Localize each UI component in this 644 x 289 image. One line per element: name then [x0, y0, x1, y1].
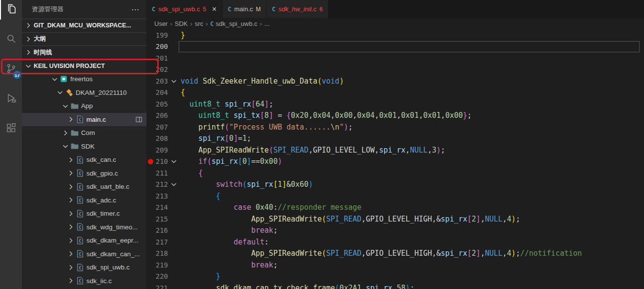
code-line-content[interactable]: } [180, 272, 644, 281]
section-header-1[interactable]: 大纲 [22, 32, 146, 46]
code-line-content[interactable]: } [180, 31, 644, 40]
code-line[interactable]: 207 printf("Process UWB data......\n"); [146, 121, 644, 133]
tree-item-sdk-iic-c[interactable]: Csdk_iic.c [22, 274, 146, 288]
code-line-content[interactable]: default: [180, 238, 644, 246]
code-line[interactable]: 216 break; [146, 225, 644, 237]
line-number[interactable]: 210 [154, 157, 168, 165]
code-line[interactable]: 206 uint8_t spi_tx[8] = {0x20,0x04,0x00,… [146, 110, 644, 122]
chevron-right-icon[interactable] [66, 169, 75, 177]
chevron-right-icon[interactable] [66, 237, 75, 245]
tree-item-main-c[interactable]: Cmain.c [22, 113, 146, 127]
line-number[interactable]: 220 [154, 272, 168, 280]
chevron-right-icon[interactable] [61, 129, 70, 137]
code-line[interactable]: 221 sdk_dkam_can_tx_check_frame(0x2A1,sp… [146, 282, 644, 289]
tree-item-sdk-dkam-eepr[interactable]: Csdk_dkam_eepr... [22, 234, 146, 247]
fold-chevron-icon[interactable] [168, 77, 180, 85]
code-line[interactable]: 219 break; [146, 259, 644, 271]
code-line[interactable]: 201 [146, 52, 644, 64]
breakpoint-icon[interactable] [148, 159, 153, 164]
tab-sdk-spi-uwb-c[interactable]: C sdk_spi_uwb.c 5 × [146, 0, 223, 18]
line-number[interactable]: 214 [154, 203, 168, 211]
tree-item-sdk-adc-c[interactable]: Csdk_adc.c [22, 194, 146, 207]
close-icon[interactable]: × [212, 5, 216, 13]
activity-bar-extensions[interactable] [0, 119, 22, 139]
chevron-down-icon[interactable] [56, 89, 64, 96]
chevron-right-icon[interactable] [66, 156, 75, 164]
code-line[interactable]: 213 { [146, 190, 644, 202]
code-line-content[interactable]: uint8_t spi_rx[64]; [180, 100, 644, 109]
section-header-0[interactable]: GIT_DKAM_MCU_WORKSPACE... [22, 19, 146, 32]
chevron-down-icon[interactable] [61, 102, 70, 110]
activity-bar-source-control[interactable]: 17 [0, 60, 22, 79]
chevron-right-icon[interactable] [66, 250, 75, 258]
line-number[interactable]: 199 [154, 31, 168, 39]
code-line-content[interactable]: { [180, 88, 644, 97]
chevron-right-icon[interactable] [66, 183, 75, 191]
section-header-3[interactable]: KEIL UVISION PROJECT [22, 59, 146, 73]
line-number[interactable]: 212 [154, 180, 168, 188]
activity-bar-run-debug[interactable] [0, 89, 22, 109]
code-line-content[interactable]: case 0x40://responder message [180, 203, 644, 212]
code-line-content[interactable]: printf("Process UWB data......\n"); [180, 123, 644, 132]
tree-item-sdk-timer-c[interactable]: Csdk_timer.c [22, 207, 146, 221]
breadcrumb-item[interactable]: ... [264, 20, 270, 27]
tree-item-dkam-20221110[interactable]: DKAM_20221110 [22, 86, 146, 100]
code-line-content[interactable]: sdk_dkam_can_tx_check_frame(0x2A1,spi_rx… [180, 284, 644, 289]
tab-main-c[interactable]: C main.c M [223, 0, 267, 18]
activity-bar-explorer[interactable] [0, 0, 22, 20]
code-line-content[interactable]: if(spi_rx[0]==0x00) [180, 157, 644, 166]
line-number[interactable]: 209 [154, 146, 168, 154]
line-number[interactable]: 216 [154, 226, 168, 234]
code-line-content[interactable]: spi_rx[0]=1; [180, 134, 644, 143]
line-number[interactable]: 202 [154, 66, 168, 73]
line-number[interactable]: 206 [154, 111, 168, 119]
chevron-right-icon[interactable] [66, 196, 75, 204]
chevron-right-icon[interactable] [66, 264, 75, 271]
line-number[interactable]: 217 [154, 238, 168, 246]
chevron-right-icon[interactable] [66, 277, 75, 285]
open-to-side-icon[interactable] [135, 116, 143, 123]
line-number[interactable]: 211 [154, 169, 168, 177]
code-line[interactable]: 199} [146, 29, 644, 41]
code-line-content[interactable]: { [180, 192, 644, 200]
fold-chevron-icon[interactable] [168, 180, 180, 188]
code-line-content[interactable]: switch(spi_rx[1]&0x60) [180, 180, 644, 189]
line-number[interactable]: 218 [154, 249, 168, 257]
code-line-content[interactable]: App_SPIReadWrite(SPI_READ,GPIO_LEVEL_HIG… [180, 249, 644, 258]
tree-item-freertos[interactable]: freertos [22, 72, 146, 86]
code-line-content[interactable]: { [180, 169, 644, 178]
breadcrumb-item[interactable]: src [195, 20, 203, 27]
line-number[interactable]: 200 [154, 43, 168, 50]
code-line[interactable]: 211 { [146, 167, 644, 179]
code-line[interactable]: 212 switch(spi_rx[1]&0x60) [146, 179, 644, 191]
code-line[interactable]: 202 [146, 64, 644, 76]
line-number[interactable]: 219 [154, 261, 168, 269]
tree-item-sdk-dkam-can[interactable]: Csdk_dkam_can_... [22, 247, 146, 261]
activity-bar-search[interactable] [0, 30, 22, 49]
code-line[interactable]: 214 case 0x40://responder message [146, 202, 644, 214]
tree-item-sdk-can-c[interactable]: Csdk_can.c [22, 153, 146, 167]
fold-chevron-icon[interactable] [168, 157, 180, 165]
tree-item-sdk-gpio-c[interactable]: Csdk_gpio.c [22, 167, 146, 180]
line-number[interactable]: 203 [154, 77, 168, 85]
code-line-content[interactable]: App_SPIReadWrite(SPI_READ,GPIO_LEVEL_LOW… [180, 146, 644, 155]
breadcrumb-item[interactable]: User [154, 20, 167, 27]
line-number[interactable]: 205 [154, 100, 168, 108]
tab-sdk-hw-init-c[interactable]: C sdk_hw_init.c 6 [267, 0, 329, 18]
code-line-content[interactable]: break; [180, 261, 644, 269]
tree-item-com[interactable]: Com [22, 126, 146, 140]
breakpoint-gutter[interactable] [146, 159, 154, 164]
line-number[interactable]: 213 [154, 192, 168, 200]
tree-item-sdk-uart-ble-c[interactable]: Csdk_uart_ble.c [22, 180, 146, 194]
line-number[interactable]: 221 [154, 284, 168, 289]
breadcrumb-item[interactable]: Csdk_spi_uwb.c [210, 20, 258, 27]
code-line[interactable]: 204{ [146, 87, 644, 99]
tree-item-sdk[interactable]: SDK [22, 140, 146, 154]
code-line[interactable]: 215 App_SPIReadWrite(SPI_READ,GPIO_LEVEL… [146, 213, 644, 225]
line-number[interactable]: 204 [154, 89, 168, 96]
tree-item-sdk-spi-uwb-c[interactable]: Csdk_spi_uwb.c [22, 261, 146, 274]
more-actions-icon[interactable]: ⋯ [131, 5, 140, 14]
code-line-content[interactable]: App_SPIReadWrite(SPI_READ,GPIO_LEVEL_HIG… [180, 215, 644, 223]
code-line-content[interactable]: void Sdk_Zeeker_Handle_uwb_Data(void) [180, 77, 644, 86]
line-number[interactable]: 215 [154, 215, 168, 223]
